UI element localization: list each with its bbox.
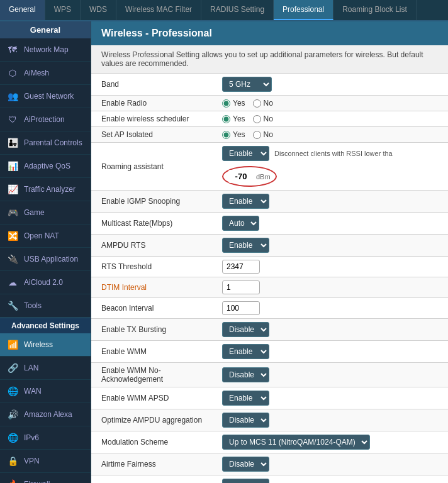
input-10[interactable] (222, 301, 260, 315)
setting-label-12: Enable WMM (91, 341, 217, 363)
select-6[interactable]: Auto12 (222, 216, 259, 231)
select-16[interactable]: Up to MCS 11 (NitroQAM/1024-QAM)Up to MC… (222, 435, 370, 450)
setting-label-2: Enable wireless scheduler (91, 111, 217, 127)
sidebar-label-network-map: Network Map (24, 45, 69, 54)
tab-general[interactable]: General (0, 0, 45, 20)
aicloud-icon: ☁ (6, 276, 19, 289)
setting-value-12: EnableDisable (217, 341, 448, 363)
setting-label-4: Roaming assistant (91, 143, 217, 191)
select-5[interactable]: EnableDisable (222, 194, 269, 209)
radio-3-yes[interactable] (222, 131, 230, 139)
radio-2-no[interactable] (253, 115, 261, 123)
setting-row-7: AMPDU RTSEnableDisable (91, 235, 448, 257)
setting-value-11: DisableEnable (217, 319, 448, 341)
setting-value-14: EnableDisable (217, 387, 448, 409)
sidebar-item-amazon-alexa[interactable]: 🔊Amazon Alexa (0, 403, 91, 426)
setting-label-14: Enable WMM APSD (91, 387, 217, 409)
sidebar-item-vpn[interactable]: 🔒VPN (0, 450, 91, 473)
sidebar-item-parental-controls[interactable]: 👨‍👧Parental Controls (0, 131, 91, 155)
sidebar-item-aiprotection[interactable]: 🛡AiProtection (0, 108, 91, 131)
sidebar-item-adaptive-qos[interactable]: 📊Adaptive QoS (0, 155, 91, 178)
setting-row-2: Enable wireless schedulerYesNo (91, 111, 448, 127)
sidebar-item-wan[interactable]: 🌐WAN (0, 380, 91, 403)
select-11[interactable]: DisableEnable (222, 322, 269, 337)
setting-value-10 (217, 298, 448, 319)
sidebar-item-usb-application[interactable]: 🔌USB Application (0, 248, 91, 271)
tab-professional[interactable]: Professional (274, 0, 333, 20)
select-17[interactable]: DisableEnable (222, 457, 269, 472)
radio-1-yes[interactable] (222, 99, 230, 108)
sidebar-item-open-nat[interactable]: 🔀Open NAT (0, 225, 91, 248)
game-icon: 🎮 (6, 206, 19, 219)
select-14[interactable]: EnableDisable (222, 391, 269, 406)
tab-wireless-mac-filter[interactable]: Wireless MAC Filter (116, 0, 201, 20)
select-18[interactable]: DisableEnable (222, 479, 269, 483)
sidebar-item-firewall[interactable]: 🔥Firewall (0, 473, 91, 483)
sidebar-item-wireless[interactable]: 📶Wireless (0, 333, 91, 357)
select-13[interactable]: DisableEnable (222, 367, 269, 382)
sidebar-item-aimesh[interactable]: ⬡AiMesh (0, 62, 91, 85)
radio-3-no[interactable] (253, 131, 261, 139)
setting-label-15: Optimize AMPDU aggregation (91, 409, 217, 431)
parental-controls-icon: 👨‍👧 (6, 136, 19, 149)
tools-icon: 🔧 (6, 299, 19, 312)
sidebar-item-lan[interactable]: 🔗LAN (0, 357, 91, 380)
sidebar-label-wireless: Wireless (24, 340, 53, 349)
sidebar-item-ipv6[interactable]: 🌐IPv6 (0, 426, 91, 450)
input-8[interactable] (222, 260, 260, 274)
tab-wds[interactable]: WDS (81, 0, 116, 20)
tab-radius-setting[interactable]: RADIUS Setting (201, 0, 274, 20)
wireless-icon: 📶 (6, 338, 19, 351)
roaming-enable-select[interactable]: EnableDisable (222, 146, 269, 161)
setting-label-8: RTS Threshold (91, 257, 217, 277)
setting-row-13: Enable WMM No-AcknowledgementDisableEnab… (91, 363, 448, 387)
select-0[interactable]: 2.4 GHz5 GHz (222, 77, 272, 92)
sidebar-item-game[interactable]: 🎮Game (0, 201, 91, 225)
page-description: Wireless Professional Setting allows you… (91, 45, 448, 74)
general-section-title: General (0, 21, 91, 38)
tab-wps[interactable]: WPS (45, 0, 81, 20)
input-9[interactable] (222, 280, 260, 294)
radio-2-yes[interactable] (222, 115, 230, 123)
setting-row-1: Enable RadioYesNo (91, 96, 448, 111)
setting-row-15: Optimize AMPDU aggregationDisableEnable (91, 409, 448, 431)
sidebar-label-traffic-analyzer: Traffic Analyzer (24, 185, 76, 194)
sidebar-item-network-map[interactable]: 🗺Network Map (0, 38, 91, 62)
tab-roaming-block-list[interactable]: Roaming Block List (333, 0, 417, 20)
setting-value-7: EnableDisable (217, 235, 448, 257)
sidebar-label-lan: LAN (24, 364, 38, 372)
setting-value-16: Up to MCS 11 (NitroQAM/1024-QAM)Up to MC… (217, 431, 448, 453)
setting-value-1: YesNo (217, 96, 448, 111)
ipv6-icon: 🌐 (6, 431, 19, 444)
setting-label-11: Enable TX Bursting (91, 319, 217, 341)
select-7[interactable]: EnableDisable (222, 238, 269, 253)
sidebar-item-aicloud[interactable]: ☁AiCloud 2.0 (0, 271, 91, 294)
setting-label-5: Enable IGMP Snooping (91, 191, 217, 213)
sidebar-label-wan: WAN (24, 387, 42, 396)
setting-row-6: Multicast Rate(Mbps)Auto12 (91, 213, 448, 235)
sidebar-item-traffic-analyzer[interactable]: 📈Traffic Analyzer (0, 178, 91, 201)
setting-row-0: Band2.4 GHz5 GHz (91, 74, 448, 96)
vpn-icon: 🔒 (6, 455, 19, 467)
setting-label-16: Modulation Scheme (91, 431, 217, 453)
sidebar-label-tools: Tools (24, 301, 42, 310)
sidebar-label-open-nat: Open NAT (24, 231, 59, 240)
sidebar-item-tools[interactable]: 🔧Tools (0, 294, 91, 318)
select-12[interactable]: EnableDisable (222, 344, 269, 359)
radio-1-no[interactable] (253, 99, 261, 108)
sidebar-label-ipv6: IPv6 (24, 433, 39, 442)
setting-row-14: Enable WMM APSDEnableDisable (91, 387, 448, 409)
select-15[interactable]: DisableEnable (222, 413, 269, 428)
setting-label-7: AMPDU RTS (91, 235, 217, 257)
sidebar-item-guest-network[interactable]: 👥Guest Network (0, 85, 91, 108)
sidebar-label-parental-controls: Parental Controls (24, 138, 82, 147)
setting-label-18: Multi-User MIMO (91, 475, 217, 484)
setting-label-13: Enable WMM No-Acknowledgement (91, 363, 217, 387)
sidebar-label-firewall: Firewall (24, 480, 50, 483)
setting-row-10: Beacon Interval (91, 298, 448, 319)
setting-row-11: Enable TX BurstingDisableEnable (91, 319, 448, 341)
setting-value-0: 2.4 GHz5 GHz (217, 74, 448, 96)
rssi-input[interactable] (228, 170, 254, 183)
settings-table: Band2.4 GHz5 GHzEnable RadioYesNoEnable … (91, 74, 448, 483)
sidebar-label-adaptive-qos: Adaptive QoS (24, 162, 70, 170)
